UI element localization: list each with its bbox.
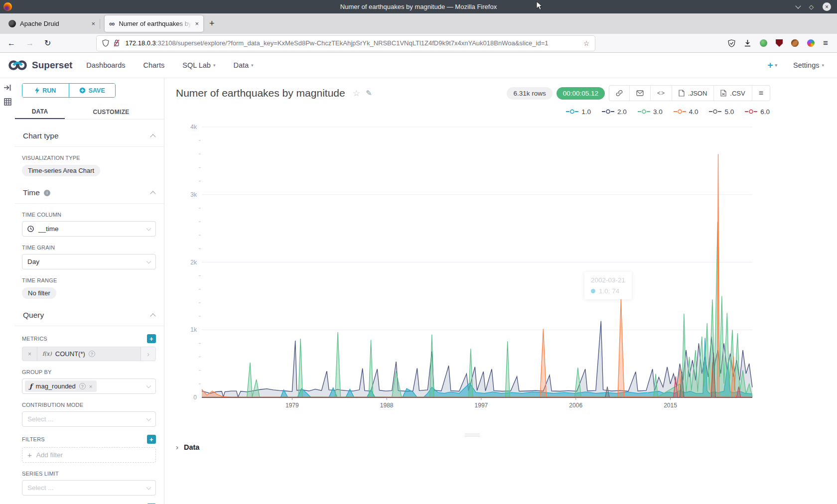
time-column-select[interactable]: __time [22,221,156,237]
window-close-icon[interactable]: × [823,2,831,11]
collapse-panel-icon[interactable] [3,84,11,91]
tab-close-icon[interactable]: × [91,20,95,27]
control-panel: RUN SAVE DATA CUSTOMIZE Chart type VISUA… [15,78,164,504]
add-filter-dropzone[interactable]: + Add filter [22,447,156,463]
tab-data[interactable]: DATA [15,105,65,119]
legend-item-1.0[interactable]: 1.0 [566,108,591,116]
tracking-shield-icon[interactable] [102,39,109,47]
contribution-mode-select[interactable]: Select ... [22,411,156,427]
time-column-label: TIME COLUMN [22,212,156,218]
download-icon[interactable] [744,39,751,47]
series-limit-select[interactable]: Select ... [22,480,156,496]
tab-divider [100,19,100,29]
legend-marker-icon [674,109,686,114]
resize-drag-handle[interactable] [465,432,480,438]
legend-item-4.0[interactable]: 4.0 [674,108,698,116]
share-link-button[interactable] [609,86,629,101]
dataset-grid-icon[interactable] [4,98,11,106]
legend-item-6.0[interactable]: 6.0 [745,108,770,116]
email-button[interactable] [629,86,650,101]
legend-item-3.0[interactable]: 3.0 [638,108,663,116]
run-button[interactable]: RUN [22,84,69,97]
tab-apache-druid[interactable]: Apache Druid × [4,15,100,32]
caret-down-icon: ▾ [251,63,254,68]
url-text[interactable]: 172.18.0.3:32108/superset/explore/?form_… [125,39,579,47]
nav-data[interactable]: Data▾ [233,61,253,69]
svg-text:0: 0 [193,394,197,401]
superset-logo-icon[interactable] [7,58,28,72]
pocket-shield-icon[interactable] [728,39,735,47]
export-csv-button[interactable]: .CSV [713,86,751,101]
embed-code-button[interactable]: <> [650,86,672,101]
section-time[interactable]: Timei [15,176,164,204]
contribution-mode-label: CONTRIBUTION MODE [22,402,156,408]
brand-name[interactable]: Superset [32,60,72,71]
edit-pencil-icon[interactable]: ✎ [366,89,372,98]
svg-text:1k: 1k [190,326,197,333]
druid-favicon-icon [8,20,16,27]
groupby-label: GROUP BY [22,369,156,375]
new-item-button[interactable]: +▾ [767,60,777,71]
new-tab-button[interactable]: + [209,18,215,29]
back-icon[interactable]: ← [7,39,15,48]
json-file-icon [679,90,685,97]
more-options-button[interactable]: ≡ [752,86,770,101]
chevron-down-icon [146,258,151,263]
panel-tabs: DATA CUSTOMIZE [15,105,164,120]
menu-hamburger-icon[interactable]: ≡ [823,38,828,48]
window-title: Numer of earthquakes by magnitude — Mozi… [0,3,837,10]
export-json-button[interactable]: .JSON [672,86,713,101]
groupby-chip[interactable]: ƒ mag_rounded ? × [25,380,97,392]
legend-marker-icon [745,109,757,114]
function-icon: ƒ [29,382,32,390]
settings-menu[interactable]: Settings▾ [793,61,824,69]
clock-icon [27,226,34,232]
add-filter-button[interactable]: + [147,435,156,444]
viz-type-value[interactable]: Time-series Area Chart [22,165,100,176]
nav-charts[interactable]: Charts [143,61,165,69]
chart-panel: Numer of earthquakes by magnitude ☆ ✎ 6.… [164,78,837,504]
chart-tooltip: 2002-03-21 1.0: 74 [584,272,632,299]
window-maximize-icon[interactable]: ◇ [809,3,814,10]
time-range-value[interactable]: No filter [22,287,56,299]
nav-dashboards[interactable]: Dashboards [86,61,125,69]
tab-customize[interactable]: CUSTOMIZE [65,105,157,119]
remove-chip-icon[interactable]: × [89,383,92,389]
nav-sql-lab[interactable]: SQL Lab▾ [182,61,215,69]
section-query[interactable]: Query [15,299,164,326]
series-limit-label: SERIES LIMIT [22,471,156,477]
insecure-lock-icon[interactable] [113,39,120,47]
groupby-select[interactable]: ƒ mag_rounded ? × [22,378,156,394]
svg-text:4k: 4k [190,124,197,130]
bookmark-star-icon[interactable]: ☆ [583,39,590,47]
address-bar[interactable]: 172.18.0.3:32108/superset/explore/?form_… [97,36,595,51]
add-metric-button[interactable]: + [147,334,156,343]
ublock-shield-icon[interactable] [776,39,783,47]
timeseries-area-chart[interactable]: 01k2k3k4k19791988199720062015 [164,116,837,414]
more-hamburger-icon: ≡ [759,89,763,98]
extension-green-icon[interactable] [760,39,767,47]
svg-text:1979: 1979 [285,402,299,409]
tab-earthquakes[interactable]: ∞ Numer of earthquakes by × [105,15,203,32]
tab-close-icon[interactable]: × [195,20,199,27]
cookie-extension-icon[interactable] [791,39,799,47]
code-icon: <> [657,90,665,97]
legend-marker-icon [638,109,650,114]
question-icon: ? [89,351,95,357]
favorite-star-icon[interactable]: ☆ [353,88,360,99]
legend-item-5.0[interactable]: 5.0 [709,108,734,116]
time-grain-select[interactable]: Day [22,254,156,269]
expand-metric-icon[interactable]: › [140,347,155,361]
metric-count[interactable]: × f(x) COUNT(*) ? › [22,347,156,361]
pinwheel-extension-icon[interactable] [807,39,815,47]
section-chart-type[interactable]: Chart type [15,120,164,147]
window-minimize-icon[interactable] [795,3,801,8]
remove-metric-icon[interactable]: × [22,347,37,361]
chevron-right-icon: › [176,443,178,451]
reload-icon[interactable]: ↻ [44,38,51,48]
save-button[interactable]: SAVE [69,84,116,97]
data-section-toggle[interactable]: › Data [176,443,199,451]
chevron-down-icon [146,226,151,231]
superset-favicon-icon: ∞ [109,20,115,28]
legend-item-2.0[interactable]: 2.0 [602,108,627,116]
